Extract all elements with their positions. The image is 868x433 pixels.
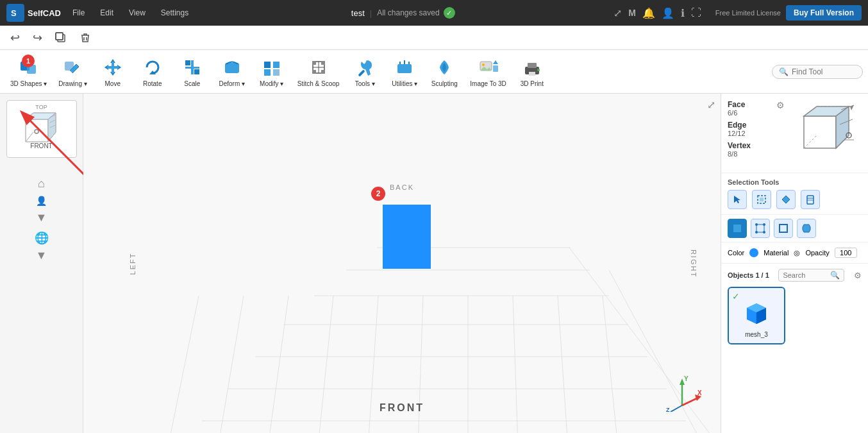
tool-rotate[interactable]: Rotate: [133, 53, 172, 90]
find-tool-input[interactable]: [792, 67, 856, 76]
objects-search: 🔍: [778, 269, 844, 282]
svg-point-36: [482, 64, 485, 66]
tool-move[interactable]: Move: [94, 53, 132, 90]
svg-point-109: [755, 223, 758, 226]
select-tool-book[interactable]: [801, 190, 820, 209]
select-tool-box[interactable]: [752, 190, 771, 209]
tool-sculpting-label: Sculpting: [431, 80, 458, 87]
rotate-icon: [141, 56, 164, 79]
delete-button[interactable]: [76, 31, 95, 45]
svg-marker-100: [734, 196, 740, 203]
svg-rect-15: [107, 66, 119, 69]
svg-rect-26: [312, 61, 316, 65]
tool-3d-print[interactable]: 3D Print: [513, 53, 551, 90]
select-tool-arrow[interactable]: [728, 190, 747, 209]
down-arrow-icon[interactable]: ▼: [36, 211, 47, 225]
svg-rect-38: [493, 65, 498, 72]
search-icon: 🔍: [779, 67, 789, 76]
person-icon[interactable]: 👤: [36, 196, 47, 206]
tool-3d-shapes[interactable]: 1 3D Shapes ▾: [5, 53, 52, 90]
image-to-3d-icon: [477, 56, 500, 79]
tool-tools[interactable]: Tools ▾: [346, 53, 384, 90]
tool-3d-print-label: 3D Print: [521, 80, 544, 87]
tool-scale-label: Scale: [184, 80, 200, 87]
info-icon[interactable]: ℹ: [681, 7, 685, 19]
sculpting-icon: [433, 56, 456, 79]
tool-stitch-scoop[interactable]: Stitch & Scoop: [292, 53, 345, 90]
right-panel-gear-icon[interactable]: ⚙: [776, 100, 785, 110]
tool-drawing[interactable]: Drawing ▾: [53, 53, 92, 90]
color-swatch[interactable]: [749, 248, 758, 257]
title-area: test | All changes saved ✓: [200, 7, 606, 19]
tool-modify-label: Modify ▾: [260, 80, 283, 87]
edit-menu[interactable]: Edit: [96, 7, 117, 19]
file-menu[interactable]: File: [69, 7, 88, 19]
medium-icon[interactable]: M: [628, 8, 636, 18]
object-card-mesh3[interactable]: ✓ mesh_3: [728, 287, 785, 344]
view-menu[interactable]: View: [125, 7, 149, 19]
viewport-label-front: FRONT: [380, 402, 424, 414]
objects-gear-icon[interactable]: ⚙: [854, 271, 862, 280]
buy-full-version-button[interactable]: Buy Full Version: [786, 5, 862, 21]
tool-move-label: Move: [105, 80, 121, 87]
expand-viewport-button[interactable]: ⤢: [707, 99, 715, 111]
object-name: mesh_3: [745, 331, 768, 338]
objects-count: Objects 1 / 1: [728, 271, 769, 279]
down-icon[interactable]: ▼: [36, 249, 47, 262]
save-status-text: All changes saved: [377, 8, 439, 17]
left-panel: TOP: [0, 94, 83, 433]
logo: S SelfCAD: [6, 4, 61, 22]
save-status: All changes saved ✓: [377, 7, 455, 19]
svg-text:S: S: [11, 8, 17, 18]
objects-search-input[interactable]: [783, 271, 828, 279]
axes-indicator: Y X Z: [663, 373, 701, 414]
face-info: Face 6/6: [728, 100, 751, 117]
copy-button[interactable]: [51, 31, 71, 45]
user-icon[interactable]: 👤: [662, 7, 674, 19]
material-label: Material: [764, 249, 789, 257]
sel-mode-edge[interactable]: [774, 219, 793, 238]
3d-object-mesh3[interactable]: 2: [383, 205, 431, 269]
svg-rect-30: [358, 69, 365, 76]
select-tool-face[interactable]: [776, 190, 796, 209]
objects-panel: Objects 1 / 1 🔍 ⚙ ✓: [721, 264, 868, 433]
settings-menu[interactable]: Settings: [157, 7, 192, 19]
tool-image-to-3d[interactable]: Image To 3D: [465, 53, 512, 90]
sel-mode-solid[interactable]: [797, 219, 816, 238]
undo-button[interactable]: ↩: [6, 30, 24, 46]
right-panel-top: Face 6/6 Edge 12/12 Vertex 8/8 ⚙: [721, 94, 868, 173]
svg-text:Z: Z: [666, 407, 670, 412]
sel-mode-face[interactable]: [728, 219, 747, 238]
top-right-icons: ⤢ M 🔔 👤 ℹ ⛶: [613, 7, 701, 19]
globe-icon[interactable]: 🌐: [35, 231, 49, 245]
edge-value: 12/12: [728, 130, 751, 137]
sel-mode-row: [721, 215, 868, 242]
object-check-icon: ✓: [732, 291, 740, 301]
svg-text:X: X: [697, 389, 701, 396]
svg-rect-24: [264, 69, 271, 76]
sel-mode-vertex[interactable]: [751, 219, 770, 238]
svg-rect-40: [528, 63, 537, 68]
tool-modify[interactable]: Modify ▾: [253, 53, 291, 90]
tool-scale[interactable]: Scale: [173, 53, 212, 90]
svg-point-110: [763, 223, 765, 226]
objects-header: Objects 1 / 1 🔍 ⚙: [728, 269, 862, 282]
tool-utilities[interactable]: Utilities ▾: [385, 53, 424, 90]
svg-rect-102: [760, 198, 764, 201]
tool-sculpting[interactable]: Sculpting: [425, 53, 463, 90]
tool-deform-label: Deform ▾: [219, 80, 245, 87]
scale-icon: [181, 56, 204, 79]
main-toolbar: 1 3D Shapes ▾ Drawing ▾ Move: [0, 50, 868, 94]
tool-deform[interactable]: Deform ▾: [213, 53, 251, 90]
find-tool-area: 🔍: [772, 65, 863, 79]
svg-rect-28: [312, 70, 316, 74]
notification-icon[interactable]: 🔔: [642, 7, 655, 19]
opacity-input[interactable]: [835, 248, 857, 258]
share-icon[interactable]: ⤢: [613, 7, 622, 19]
viewport: .gridline { stroke: #ccc; stroke-width: …: [83, 94, 721, 433]
redo-button[interactable]: ↪: [29, 30, 46, 46]
object-cube-icon: [740, 295, 772, 327]
viewport-label-left: LEFT: [129, 252, 137, 275]
expand-icon[interactable]: ⛶: [691, 7, 701, 19]
vertex-label: Vertex: [728, 141, 751, 150]
